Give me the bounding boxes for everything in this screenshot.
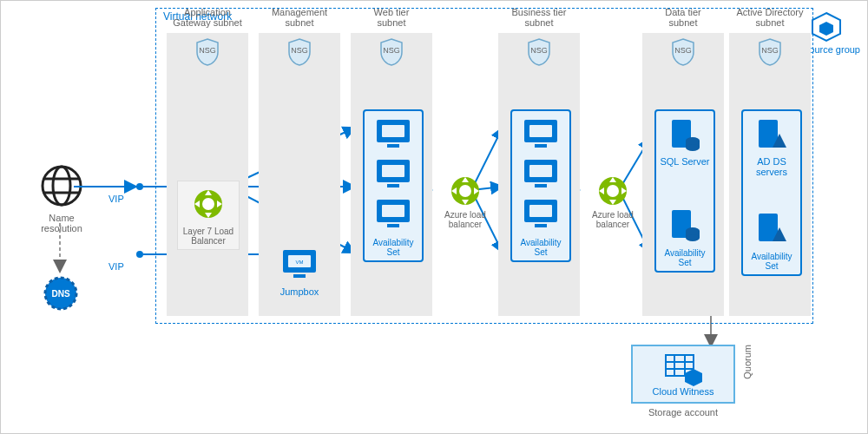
- vip-label-2: VIP: [108, 261, 124, 272]
- vm-icon: [373, 196, 413, 231]
- svg-point-11: [136, 183, 143, 190]
- shield-icon: NSG: [195, 38, 220, 66]
- server-ad-icon: [752, 116, 792, 151]
- svg-text:NSG: NSG: [291, 46, 308, 55]
- svg-text:NSG: NSG: [761, 46, 779, 55]
- svg-rect-43: [387, 224, 399, 227]
- svg-point-58: [686, 144, 700, 151]
- svg-text:VM: VM: [296, 260, 304, 265]
- subnet-web-tier: Web tier subnet NSG Availability Set: [351, 33, 432, 316]
- svg-text:DNS: DNS: [51, 289, 69, 299]
- avset-label: Availability Set: [365, 236, 422, 260]
- svg-rect-52: [529, 205, 552, 217]
- dns: DNS: [43, 275, 79, 313]
- shield-icon: NSG: [287, 38, 312, 66]
- svg-text:NSG: NSG: [199, 46, 216, 55]
- svg-rect-36: [382, 125, 404, 137]
- subnet-management: Management subnet NSG VM Jumpbox: [259, 33, 340, 316]
- nsg-data: NSG: [671, 38, 695, 66]
- ad-ds-label: AD DS servers: [743, 156, 800, 177]
- svg-text:NSG: NSG: [674, 46, 692, 55]
- availability-set-web: Availability Set: [363, 109, 424, 262]
- svg-point-3: [53, 167, 70, 205]
- subnet-active-directory: Active Directory subnet NSG AD DS server…: [729, 33, 811, 316]
- subnet-label-app-gateway: Application Gateway subnet: [155, 7, 260, 28]
- availability-set-business: Availability Set: [510, 109, 571, 262]
- subnet-label-ad: Active Directory subnet: [718, 7, 822, 28]
- subnet-business-tier: Business tier subnet NSG Availability Se…: [498, 33, 580, 316]
- nsg-management: NSG: [287, 38, 312, 66]
- vm-icon: [521, 156, 561, 191]
- virtual-network-boundary: Virtual network Application Gateway subn…: [155, 8, 813, 324]
- globe-icon: [40, 164, 83, 207]
- quorum-label: Quorum: [742, 345, 753, 379]
- azure-load-balancer-2: Azure load balancer: [582, 172, 644, 229]
- avset-label: Availability Set: [512, 236, 569, 260]
- svg-rect-50: [535, 184, 547, 187]
- storage-account: Cloud Witness Storage account: [631, 345, 735, 418]
- vm-icon: [521, 196, 561, 231]
- sql-server-label: SQL Server: [656, 156, 713, 167]
- availability-set-data: SQL Server Availability Set: [654, 109, 715, 273]
- server-db-icon: [665, 116, 705, 151]
- svg-text:NSG: NSG: [530, 46, 548, 55]
- cloud-witness-label: Cloud Witness: [638, 386, 728, 397]
- shield-icon: NSG: [379, 38, 404, 66]
- svg-point-62: [686, 234, 700, 241]
- nsg-ad: NSG: [758, 38, 782, 66]
- svg-rect-39: [382, 165, 404, 177]
- svg-rect-40: [387, 184, 399, 187]
- server-db-icon: [665, 207, 705, 241]
- vm-icon: [373, 116, 413, 151]
- availability-set-ad: AD DS servers Availability Set: [741, 109, 802, 276]
- svg-rect-32: [293, 274, 306, 278]
- svg-text:NSG: NSG: [383, 46, 400, 55]
- vm-icon: [373, 156, 413, 191]
- subnet-label-web: Web tier subnet: [339, 7, 444, 28]
- nsg-app-gateway: NSG: [195, 38, 220, 66]
- server-ad-icon: [752, 210, 792, 245]
- svg-rect-49: [529, 165, 552, 177]
- svg-rect-42: [382, 205, 404, 217]
- layer7-load-balancer: Layer 7 Load Balancer: [177, 181, 240, 250]
- svg-point-69: [459, 185, 471, 197]
- vm-icon: [521, 116, 561, 151]
- storage-table-icon: [662, 352, 704, 386]
- avset-label: Availability Set: [656, 247, 713, 271]
- subnet-app-gateway: Application Gateway subnet NSG Layer 7 L…: [167, 33, 248, 316]
- shield-icon: NSG: [758, 38, 782, 66]
- name-resolution: Name resolution: [27, 164, 96, 233]
- name-resolution-label: Name resolution: [27, 213, 96, 233]
- subnet-label-management: Management subnet: [247, 7, 352, 28]
- azure-load-balancer-1: Azure load balancer: [434, 172, 496, 229]
- nsg-web: NSG: [379, 38, 404, 66]
- avset-label: Availability Set: [743, 250, 800, 274]
- storage-account-label: Storage account: [631, 407, 735, 418]
- subnet-label-business: Business tier subnet: [487, 7, 591, 28]
- azure-lb-label: Azure load balancer: [434, 210, 496, 229]
- svg-rect-37: [387, 144, 399, 148]
- svg-rect-47: [535, 144, 547, 148]
- shield-icon: NSG: [527, 38, 551, 66]
- layer7-lb-label: Layer 7 Load Balancer: [178, 227, 239, 246]
- shield-icon: NSG: [671, 38, 695, 66]
- jumpbox: VM Jumpbox: [259, 241, 340, 297]
- svg-point-71: [607, 185, 619, 197]
- subnet-data-tier: Data tier subnet NSG SQL Server Availabi…: [642, 33, 724, 316]
- azure-lb-label: Azure load balancer: [582, 210, 644, 229]
- vip-label-1: VIP: [108, 194, 124, 204]
- svg-point-2: [43, 167, 81, 205]
- vm-icon: VM: [279, 247, 319, 281]
- svg-point-12: [136, 251, 143, 258]
- svg-rect-46: [529, 125, 552, 137]
- load-balancer-icon: [594, 172, 632, 210]
- svg-point-28: [202, 198, 214, 210]
- cloud-witness: Cloud Witness: [631, 345, 735, 404]
- svg-marker-77: [685, 369, 702, 386]
- jumpbox-label: Jumpbox: [259, 286, 340, 297]
- dns-icon: DNS: [43, 275, 79, 312]
- load-balancer-icon: [189, 185, 227, 223]
- load-balancer-icon: [446, 172, 484, 210]
- nsg-business: NSG: [527, 38, 551, 66]
- svg-rect-53: [535, 224, 547, 227]
